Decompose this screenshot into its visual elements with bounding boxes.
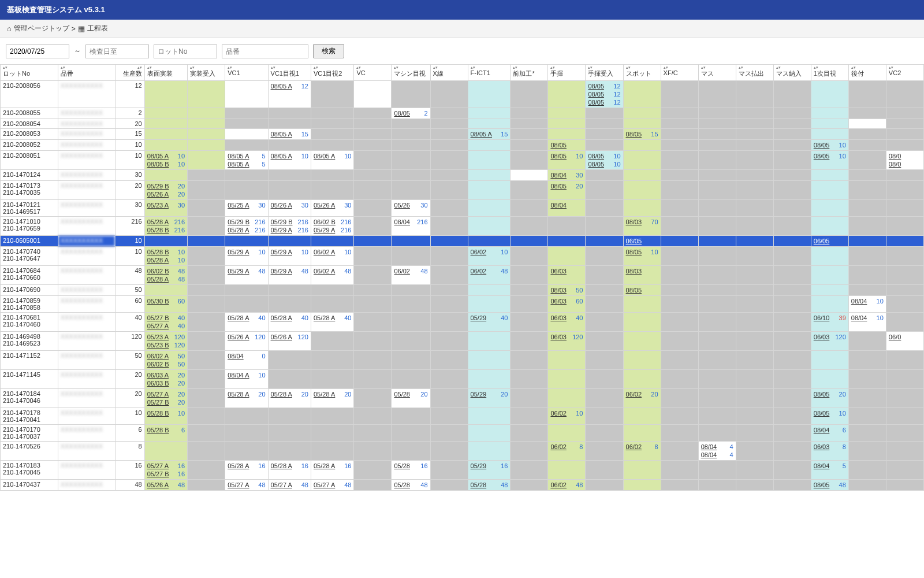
proc-cell[interactable]: 06/0248 xyxy=(548,480,586,491)
home-icon[interactable]: ⌂ xyxy=(7,24,12,33)
proc-cell[interactable] xyxy=(586,236,623,247)
proc-cell[interactable] xyxy=(468,181,511,200)
proc-cell[interactable] xyxy=(586,351,623,370)
proc-cell[interactable]: 06/0360 xyxy=(548,296,586,313)
proc-cell[interactable] xyxy=(392,442,430,461)
proc-cell[interactable] xyxy=(188,266,225,285)
proc-cell[interactable] xyxy=(811,108,848,119)
proc-cell[interactable] xyxy=(311,332,353,351)
proc-cell[interactable]: 08/05 A12 xyxy=(268,81,311,108)
proc-cell[interactable] xyxy=(188,236,225,247)
proc-cell[interactable] xyxy=(354,217,392,236)
proc-cell[interactable] xyxy=(311,425,353,442)
proc-cell[interactable]: 05/28 A16 xyxy=(311,461,353,480)
proc-cell[interactable] xyxy=(430,313,468,332)
proc-cell[interactable] xyxy=(188,285,225,296)
proc-cell[interactable]: 05/27 A48 xyxy=(225,480,268,491)
proc-cell[interactable] xyxy=(661,480,698,491)
proc-cell[interactable] xyxy=(430,181,468,200)
proc-cell[interactable] xyxy=(886,425,923,442)
proc-cell[interactable] xyxy=(188,408,225,425)
proc-cell[interactable] xyxy=(354,151,392,170)
proc-cell[interactable] xyxy=(188,181,225,200)
proc-cell[interactable] xyxy=(811,296,848,313)
proc-cell[interactable] xyxy=(511,332,548,351)
proc-cell[interactable] xyxy=(586,425,623,442)
proc-cell[interactable] xyxy=(511,480,548,491)
hin-input[interactable] xyxy=(222,45,308,58)
proc-cell[interactable] xyxy=(468,285,511,296)
proc-cell[interactable] xyxy=(430,408,468,425)
proc-cell[interactable]: 08/0510 xyxy=(811,140,848,151)
table-row[interactable]: 210-1470178210-1470041XXXXXXXXXX1005/28 … xyxy=(1,408,924,425)
proc-cell[interactable] xyxy=(354,200,392,217)
proc-cell[interactable] xyxy=(511,389,548,408)
proc-cell[interactable]: 05/28 A40 xyxy=(311,313,353,332)
lot-cell[interactable]: 210-2008053 xyxy=(1,129,58,140)
proc-cell[interactable] xyxy=(430,370,468,389)
proc-cell[interactable]: 05/28 B10 xyxy=(144,408,187,425)
proc-cell[interactable] xyxy=(188,442,225,461)
proc-cell[interactable]: 06/028 xyxy=(623,442,661,461)
proc-cell[interactable] xyxy=(586,181,623,200)
proc-cell[interactable] xyxy=(225,129,268,140)
proc-cell[interactable]: 06/03120 xyxy=(811,332,848,351)
proc-cell[interactable]: 08/051008/0510 xyxy=(586,151,623,170)
proc-cell[interactable]: 08/04 A10 xyxy=(225,370,268,389)
table-row[interactable]: 210-1471152XXXXXXXXXX5006/02 A5006/02 B5… xyxy=(1,351,924,370)
proc-cell[interactable] xyxy=(736,461,773,480)
proc-cell[interactable] xyxy=(586,217,623,236)
proc-cell[interactable]: 05/26 A120 xyxy=(268,332,311,351)
proc-cell[interactable]: 05/30 B60 xyxy=(144,296,187,313)
table-row[interactable]: 210-1470183210-1470045XXXXXXXXXX1605/27 … xyxy=(1,461,924,480)
proc-cell[interactable] xyxy=(736,200,773,217)
proc-cell[interactable] xyxy=(548,81,586,108)
proc-cell[interactable] xyxy=(736,425,773,442)
proc-cell[interactable]: 08/040 xyxy=(225,351,268,370)
proc-cell[interactable] xyxy=(811,129,848,140)
proc-cell[interactable] xyxy=(511,119,548,129)
proc-cell[interactable]: 06/02 B4805/28 A48 xyxy=(144,266,187,285)
proc-cell[interactable] xyxy=(848,285,886,296)
proc-cell[interactable] xyxy=(886,236,923,247)
proc-cell[interactable] xyxy=(430,425,468,442)
proc-cell[interactable] xyxy=(354,108,392,119)
proc-cell[interactable]: 08/05 A15 xyxy=(268,129,311,140)
breadcrumb-home[interactable]: 管理ページトップ xyxy=(14,24,69,34)
proc-cell[interactable] xyxy=(430,332,468,351)
proc-cell[interactable] xyxy=(773,266,811,285)
proc-cell[interactable] xyxy=(736,285,773,296)
proc-cell[interactable] xyxy=(736,313,773,332)
proc-cell[interactable] xyxy=(511,151,548,170)
proc-cell[interactable] xyxy=(311,129,353,140)
proc-cell[interactable]: 06/0210 xyxy=(548,408,586,425)
lot-cell[interactable]: 210-1470859210-1470858 xyxy=(1,296,58,313)
proc-cell[interactable] xyxy=(623,425,661,442)
proc-cell[interactable] xyxy=(188,108,225,119)
proc-cell[interactable] xyxy=(468,332,511,351)
proc-cell[interactable]: 08/0430 xyxy=(548,170,586,181)
proc-cell[interactable] xyxy=(661,181,698,200)
proc-cell[interactable] xyxy=(773,170,811,181)
proc-cell[interactable] xyxy=(661,408,698,425)
proc-cell[interactable]: 08/04 xyxy=(548,200,586,217)
proc-cell[interactable] xyxy=(354,296,392,313)
proc-cell[interactable]: 06/0220 xyxy=(623,389,661,408)
proc-cell[interactable]: 08/0510 xyxy=(623,247,661,266)
lot-cell[interactable]: 210-2008051 xyxy=(1,151,58,170)
proc-cell[interactable]: 08/03 xyxy=(623,266,661,285)
proc-cell[interactable] xyxy=(354,389,392,408)
proc-cell[interactable]: 08/051208/051208/0512 xyxy=(586,81,623,108)
proc-cell[interactable]: 05/29 A48 xyxy=(225,266,268,285)
table-row[interactable]: 210-1470684210-1470660XXXXXXXXXX4806/02 … xyxy=(1,266,924,285)
proc-cell[interactable]: 05/2848 xyxy=(392,480,430,491)
proc-cell[interactable] xyxy=(188,461,225,480)
proc-cell[interactable] xyxy=(354,332,392,351)
proc-cell[interactable] xyxy=(661,247,698,266)
proc-cell[interactable] xyxy=(430,140,468,151)
proc-cell[interactable] xyxy=(468,140,511,151)
proc-cell[interactable] xyxy=(623,81,661,108)
col-header[interactable]: ▴▾実装受入 xyxy=(188,65,225,81)
proc-cell[interactable] xyxy=(311,108,353,119)
proc-cell[interactable] xyxy=(886,408,923,425)
